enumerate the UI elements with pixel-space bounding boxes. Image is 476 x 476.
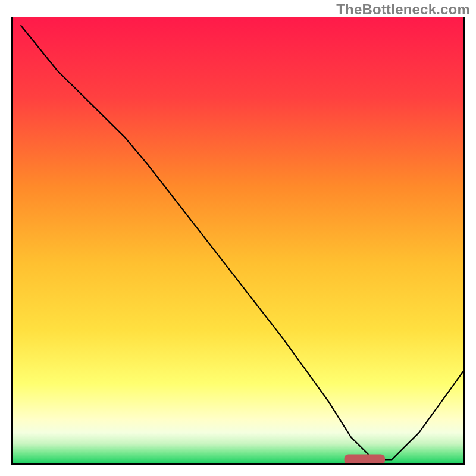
chart-svg <box>0 0 476 476</box>
bottleneck-chart: TheBottleneck.com <box>0 0 476 476</box>
watermark-label: TheBottleneck.com <box>336 1 470 18</box>
plot-background <box>12 17 464 464</box>
